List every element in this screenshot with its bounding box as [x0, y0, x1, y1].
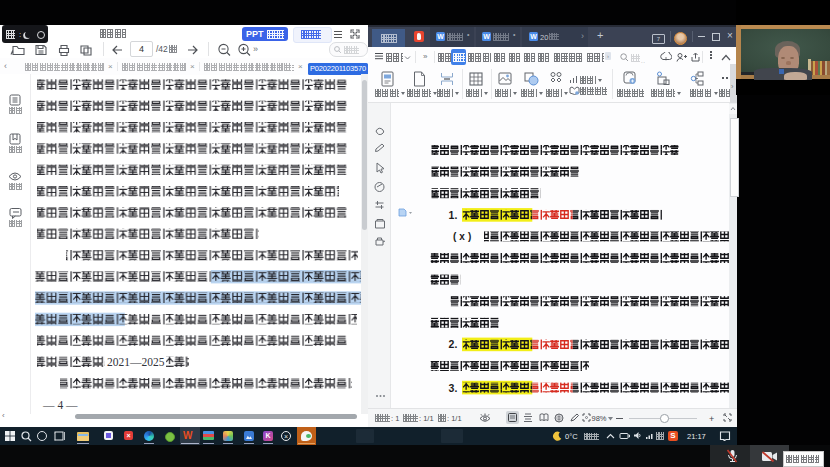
svg-text:2021—2025: 2021—2025 [107, 356, 165, 368]
svg-text:1.: 1. [449, 209, 458, 221]
svg-text:2.: 2. [449, 338, 458, 350]
svg-text:3.: 3. [449, 382, 458, 394]
svg-text:— 4 —: — 4 — [42, 399, 78, 411]
svg-text:(x): (x) [453, 231, 474, 242]
